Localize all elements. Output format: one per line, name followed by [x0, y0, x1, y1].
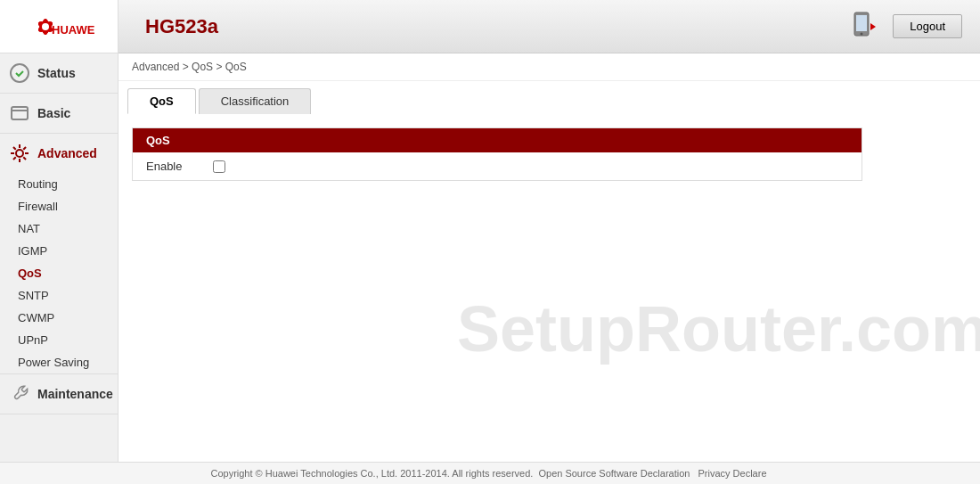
qos-panel-header: QoS	[133, 128, 862, 152]
sidebar-subitem-power-saving[interactable]: Power Saving	[0, 351, 118, 373]
qos-panel: QoS Enable	[132, 127, 862, 181]
status-icon	[9, 62, 30, 84]
sidebar-item-maintenance[interactable]: Maintenance	[0, 374, 118, 414]
sidebar-section-maintenance: Maintenance	[0, 374, 118, 414]
sidebar-item-status[interactable]: Status	[0, 53, 118, 93]
advanced-icon	[9, 143, 30, 164]
svg-rect-13	[12, 107, 28, 119]
sidebar-item-status-label: Status	[37, 66, 76, 80]
qos-panel-body: Enable	[133, 152, 862, 180]
svg-point-10	[861, 32, 863, 35]
sidebar-subitem-sntp[interactable]: SNTP	[0, 284, 118, 307]
footer: Copyright © Huawei Technologies Co., Ltd…	[0, 462, 980, 484]
svg-text:HUAWEI: HUAWEI	[52, 23, 94, 37]
breadcrumb: Advanced > QoS > QoS	[118, 53, 980, 81]
sidebar-subitem-routing[interactable]: Routing	[0, 173, 118, 195]
maintenance-icon	[9, 383, 30, 405]
sidebar-item-maintenance-label: Maintenance	[37, 387, 113, 401]
breadcrumb-text: Advanced > QoS > QoS	[132, 61, 247, 73]
sidebar-section-basic: Basic	[0, 94, 118, 134]
sidebar-item-advanced[interactable]: Advanced	[0, 134, 118, 173]
tab-qos[interactable]: QoS	[127, 88, 196, 114]
sidebar-subitem-igmp[interactable]: IGMP	[0, 240, 118, 262]
svg-marker-11	[870, 23, 876, 30]
sidebar-section-advanced: Advanced Routing Firewall NAT IGMP QoS S…	[0, 134, 118, 374]
sidebar-item-basic-label: Basic	[37, 106, 70, 120]
basic-icon	[9, 103, 30, 124]
tab-bar: QoS Classification	[118, 81, 980, 114]
svg-point-15	[16, 150, 23, 157]
tab-classification[interactable]: Classification	[199, 88, 312, 114]
svg-rect-9	[856, 15, 867, 31]
sidebar-section-status: Status	[0, 53, 118, 94]
sidebar-subitem-firewall[interactable]: Firewall	[0, 195, 118, 217]
content-area: SetupRouter.com QoS Enable	[118, 114, 980, 484]
sidebar-item-basic[interactable]: Basic	[0, 94, 118, 133]
svg-point-12	[11, 64, 29, 82]
sidebar-subitem-cwmp[interactable]: CWMP	[0, 307, 118, 329]
svg-point-6	[42, 23, 49, 30]
qos-enable-checkbox[interactable]	[213, 160, 225, 173]
sidebar-subitem-qos[interactable]: QoS	[0, 262, 118, 284]
qos-enable-label: Enable	[146, 160, 200, 173]
huawei-logo: HUAWEI	[23, 9, 94, 45]
footer-link-open-source[interactable]: Open Source Software Declaration	[538, 468, 690, 479]
footer-link-privacy[interactable]: Privacy Declare	[698, 468, 767, 479]
sidebar-subitem-nat[interactable]: NAT	[0, 217, 118, 240]
device-icon	[847, 11, 879, 43]
sidebar-item-advanced-label: Advanced	[37, 146, 97, 160]
logout-button[interactable]: Logout	[893, 14, 962, 38]
footer-copyright: Copyright © Huawei Technologies Co., Ltd…	[210, 468, 533, 479]
sidebar-subitem-upnp[interactable]: UPnP	[0, 329, 118, 351]
watermark: SetupRouter.com	[457, 292, 980, 365]
logo-area: HUAWEI	[0, 0, 118, 53]
page-title: HG523a	[145, 15, 218, 38]
